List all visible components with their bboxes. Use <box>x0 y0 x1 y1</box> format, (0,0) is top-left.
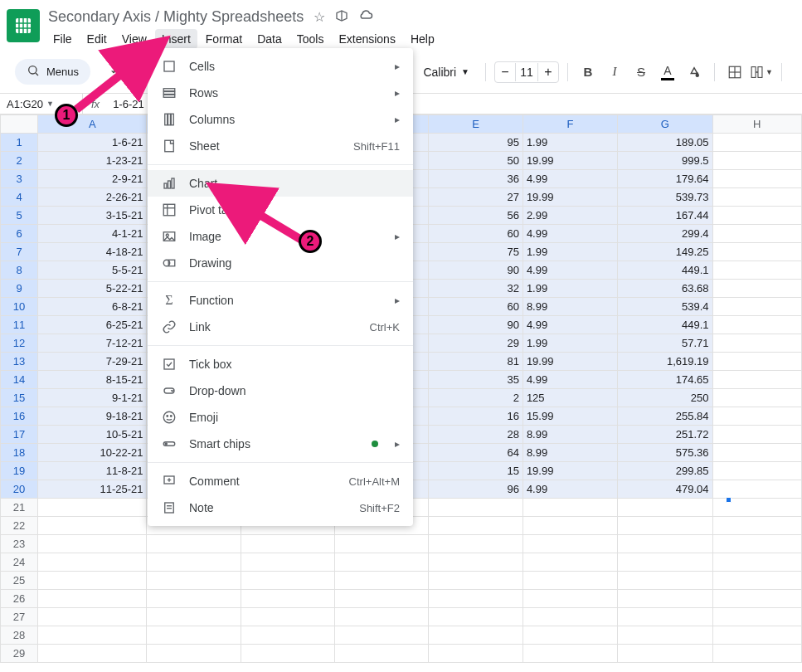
bold-button[interactable]: B <box>576 61 600 84</box>
row-header[interactable]: 15 <box>1 389 38 407</box>
cell[interactable] <box>147 626 241 645</box>
cell[interactable] <box>241 645 334 663</box>
cell[interactable] <box>147 535 241 553</box>
row-header[interactable]: 8 <box>1 261 38 280</box>
cell[interactable]: 81 <box>429 353 523 371</box>
cell[interactable] <box>429 626 523 645</box>
cell[interactable] <box>523 572 617 590</box>
cell[interactable]: 5-22-21 <box>38 280 147 298</box>
cell[interactable]: 449.1 <box>617 261 712 280</box>
row-header[interactable]: 27 <box>1 608 38 626</box>
cell[interactable] <box>712 225 801 243</box>
cell[interactable] <box>429 553 523 572</box>
undo-button[interactable]: ↶ <box>104 61 127 84</box>
cell[interactable]: 2-26-21 <box>38 188 147 207</box>
cell[interactable]: 179.64 <box>617 170 712 188</box>
column-header[interactable]: H <box>712 115 801 134</box>
cell[interactable] <box>712 152 801 170</box>
insert-note[interactable]: NoteShift+F2 <box>148 494 413 521</box>
cell[interactable]: 1.99 <box>523 134 617 152</box>
row-header[interactable]: 20 <box>1 480 38 499</box>
cell[interactable]: 255.84 <box>617 407 712 426</box>
cell[interactable]: 8.99 <box>523 298 617 316</box>
cell[interactable]: 9-1-21 <box>38 389 147 407</box>
row-header[interactable]: 14 <box>1 371 38 389</box>
fill-color-button[interactable] <box>683 61 706 84</box>
cell[interactable]: 4.99 <box>523 480 617 499</box>
cell[interactable] <box>712 517 801 535</box>
cell[interactable] <box>523 535 617 553</box>
row-header[interactable]: 26 <box>1 590 38 608</box>
cell[interactable] <box>38 572 147 590</box>
cell[interactable]: 189.05 <box>617 134 712 152</box>
insert-image[interactable]: Image▸ <box>148 223 413 250</box>
row-header[interactable]: 18 <box>1 444 38 462</box>
cell[interactable]: 449.1 <box>617 316 712 334</box>
row-header[interactable]: 6 <box>1 225 38 243</box>
cell[interactable] <box>38 608 147 626</box>
cell[interactable] <box>38 553 147 572</box>
row-header[interactable]: 19 <box>1 462 38 480</box>
cell[interactable]: 8.99 <box>523 426 617 444</box>
cell[interactable]: 4.99 <box>523 225 617 243</box>
menu-edit[interactable]: Edit <box>80 29 114 49</box>
cell[interactable] <box>335 590 429 608</box>
strikethrough-button[interactable]: S <box>629 61 653 84</box>
cell[interactable]: 6-8-21 <box>38 298 147 316</box>
cell[interactable]: 15.99 <box>523 407 617 426</box>
insert-smart-chips[interactable]: Smart chips▸ <box>148 431 413 457</box>
cell[interactable] <box>429 517 523 535</box>
cell[interactable]: 29 <box>429 334 523 353</box>
row-header[interactable]: 1 <box>1 134 38 152</box>
cell[interactable]: 251.72 <box>617 426 712 444</box>
insert-emoji[interactable]: Emoji <box>148 404 413 431</box>
cell[interactable] <box>712 207 801 225</box>
cell[interactable] <box>617 535 712 553</box>
row-header[interactable]: 10 <box>1 298 38 316</box>
cell[interactable]: 1-6-21 <box>38 134 147 152</box>
menu-insert[interactable]: Insert <box>155 29 197 49</box>
row-header[interactable]: 9 <box>1 280 38 298</box>
cell[interactable]: 7-12-21 <box>38 334 147 353</box>
select-all-corner[interactable] <box>1 115 38 134</box>
cell[interactable]: 479.04 <box>617 480 712 499</box>
cell[interactable] <box>617 499 712 517</box>
row-header[interactable]: 11 <box>1 316 38 334</box>
cell[interactable] <box>429 572 523 590</box>
cell[interactable] <box>523 645 617 663</box>
cell[interactable] <box>241 553 334 572</box>
cell[interactable]: 999.5 <box>617 152 712 170</box>
cell[interactable]: 1.99 <box>523 243 617 261</box>
cell[interactable]: 11-25-21 <box>38 480 147 499</box>
cell[interactable] <box>429 590 523 608</box>
cell[interactable]: 1-23-21 <box>38 152 147 170</box>
cell[interactable] <box>38 535 147 553</box>
cell[interactable] <box>38 590 147 608</box>
text-color-button[interactable]: A <box>656 61 679 84</box>
row-header[interactable]: 25 <box>1 572 38 590</box>
insert-function[interactable]: ΣFunction▸ <box>148 287 413 314</box>
increase-font-button[interactable]: + <box>538 62 558 82</box>
cell[interactable] <box>241 608 334 626</box>
cell[interactable] <box>523 499 617 517</box>
insert-pivot-table[interactable]: Pivot table <box>148 197 413 223</box>
cell[interactable]: 1,619.19 <box>617 353 712 371</box>
italic-button[interactable]: I <box>603 61 626 84</box>
cell[interactable]: 575.36 <box>617 444 712 462</box>
cell[interactable] <box>712 243 801 261</box>
insert-tick-box[interactable]: Tick box <box>148 351 413 377</box>
cell[interactable] <box>147 590 241 608</box>
cell[interactable] <box>147 553 241 572</box>
cell[interactable] <box>617 626 712 645</box>
insert-comment[interactable]: CommentCtrl+Alt+M <box>148 468 413 494</box>
cell[interactable] <box>712 480 801 499</box>
cell[interactable]: 19.99 <box>523 353 617 371</box>
cell[interactable] <box>712 316 801 334</box>
selection-handle[interactable] <box>726 497 732 503</box>
decrease-font-button[interactable]: − <box>495 62 515 82</box>
insert-link[interactable]: LinkCtrl+K <box>148 314 413 340</box>
row-header[interactable]: 22 <box>1 517 38 535</box>
row-header[interactable]: 7 <box>1 243 38 261</box>
row-header[interactable]: 3 <box>1 170 38 188</box>
cell[interactable] <box>523 608 617 626</box>
